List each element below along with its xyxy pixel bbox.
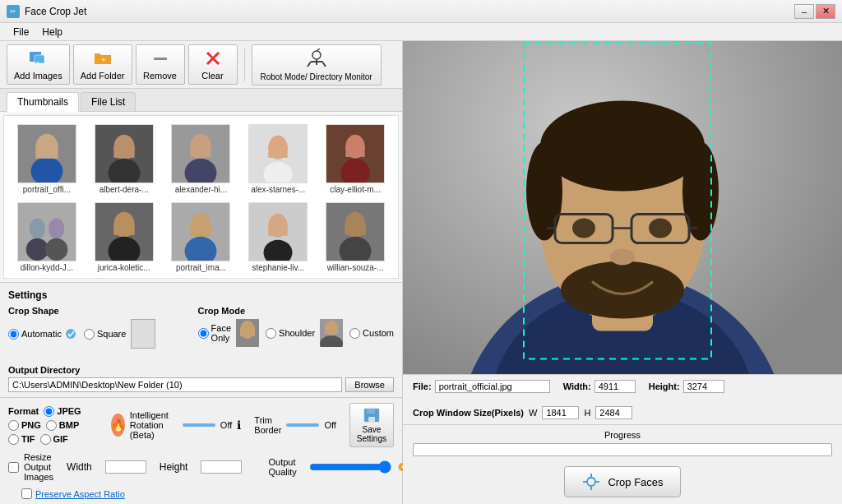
jpeg-option[interactable]: JPEG: [44, 406, 82, 417]
tif-label: TIF: [21, 434, 35, 444]
file-label: File:: [413, 381, 432, 391]
menu-file[interactable]: File: [7, 25, 35, 39]
gif-label: GIF: [53, 434, 68, 444]
progress-label: Progress: [413, 430, 832, 440]
save-settings-button[interactable]: Save Settings: [349, 403, 394, 447]
trim-off-label: Off: [324, 420, 335, 430]
preserve-label-group[interactable]: Preserve Aspect Ratio: [21, 488, 125, 499]
settings-row: Crop Shape Automatic Square: [8, 306, 394, 349]
list-item[interactable]: alex-starnes-...: [242, 123, 314, 196]
square-label: Square: [97, 329, 126, 339]
w-label: W: [529, 408, 537, 418]
rotation-toggle[interactable]: [183, 423, 215, 427]
resize-height-input[interactable]: [201, 460, 242, 474]
png-option[interactable]: PNG: [8, 420, 43, 431]
preserve-ratio-checkbox[interactable]: [21, 488, 32, 499]
list-item[interactable]: jurica-koletic...: [88, 201, 160, 274]
app-body: + Add Images + Add Folder Remove: [0, 41, 842, 504]
file-input[interactable]: [435, 380, 550, 393]
resize-width-input[interactable]: [105, 460, 146, 474]
image-label: clay-elliot-m...: [326, 185, 385, 194]
list-item[interactable]: alexander-hi...: [165, 123, 238, 196]
image-label: willian-souza-...: [326, 263, 385, 272]
crop-w-input[interactable]: [542, 406, 579, 419]
crop-faces-button[interactable]: Crop Faces: [564, 466, 680, 497]
resize-checkbox-label[interactable]: Resize Output Images: [8, 452, 53, 482]
height-info-input[interactable]: [683, 380, 724, 393]
svg-rect-20: [113, 146, 134, 158]
list-item[interactable]: willian-souza-...: [319, 201, 391, 274]
svg-point-73: [526, 142, 562, 241]
resize-checkbox[interactable]: [8, 462, 19, 473]
remove-button[interactable]: Remove: [136, 44, 185, 85]
svg-point-81: [572, 219, 595, 238]
add-images-label: Add Images: [14, 71, 62, 81]
quality-slider[interactable]: [309, 460, 391, 474]
width-info-input[interactable]: [594, 380, 636, 393]
preview-image: [403, 41, 842, 374]
face-only-option[interactable]: Face Only: [198, 319, 259, 347]
robot-label: Robot Mode/ Directory Monitor: [261, 72, 372, 81]
face-only-label: Face Only: [211, 323, 231, 343]
shoulder-option[interactable]: Shoulder: [266, 319, 343, 347]
shoulder-radio[interactable]: [266, 328, 276, 339]
thumbnail: [17, 202, 76, 261]
crop-shape-radio-row: Automatic Square: [8, 319, 182, 349]
close-button[interactable]: ✕: [816, 4, 835, 19]
automatic-radio[interactable]: [8, 329, 19, 340]
png-label: PNG: [21, 420, 41, 430]
face-only-radio[interactable]: [198, 328, 209, 339]
image-label: portrait_ima...: [171, 263, 230, 272]
thumbnail: [95, 124, 154, 183]
crop-h-input[interactable]: [595, 406, 632, 419]
quality-label: Output Quality: [268, 457, 303, 477]
crop-mode-radio-row: Face Only Shoulder: [198, 319, 394, 347]
shoulder-label: Shoulder: [279, 328, 315, 338]
svg-point-54: [66, 329, 76, 339]
output-dir-title: Output Directory: [8, 365, 394, 375]
image-grid-container: portrait_offi... albert-dera-... alexand…: [3, 115, 399, 279]
app-icon: ✂: [7, 5, 20, 18]
list-item[interactable]: albert-dera-...: [88, 123, 160, 196]
crop-faces-label: Crop Faces: [608, 476, 663, 488]
clear-button[interactable]: Clear: [188, 44, 238, 85]
tab-file-list[interactable]: File List: [81, 92, 136, 111]
browse-button[interactable]: Browse: [345, 377, 394, 392]
output-dir-row: Browse: [8, 377, 394, 392]
square-option[interactable]: Square: [84, 319, 155, 349]
crop-shape-title: Crop Shape: [8, 306, 182, 316]
square-radio[interactable]: [84, 329, 95, 340]
list-item[interactable]: stephanie-liv...: [242, 201, 314, 274]
crop-btn-area: Crop Faces: [403, 461, 842, 504]
automatic-option[interactable]: Automatic: [8, 327, 77, 340]
robot-mode-button[interactable]: Robot Mode/ Directory Monitor: [252, 44, 382, 86]
minimize-button[interactable]: –: [794, 4, 814, 19]
tif-option[interactable]: TIF: [8, 434, 37, 445]
svg-rect-24: [191, 146, 211, 157]
list-item[interactable]: portrait_offi...: [11, 123, 83, 196]
list-item[interactable]: dillon-kydd-J...: [11, 201, 83, 274]
format-label: Format: [8, 406, 39, 416]
menu-help[interactable]: Help: [35, 25, 69, 39]
svg-point-7: [312, 51, 321, 59]
custom-option[interactable]: Custom: [349, 328, 394, 339]
remove-label: Remove: [143, 71, 177, 81]
progress-area: Progress: [403, 424, 842, 461]
thumbnail: [326, 202, 385, 261]
list-item[interactable]: portrait_ima...: [165, 201, 238, 274]
gif-option[interactable]: GIF: [40, 434, 70, 445]
custom-radio[interactable]: [349, 328, 360, 339]
add-folder-icon: +: [93, 49, 113, 68]
add-images-button[interactable]: + Add Images: [7, 44, 70, 85]
rotation-group: 🔥 Intelligent Rotation (Beta) Off ℹ: [111, 410, 242, 440]
thumbnail: [326, 124, 385, 183]
h-label: H: [584, 408, 590, 418]
add-folder-button[interactable]: + Add Folder: [73, 44, 132, 85]
trim-toggle[interactable]: [286, 423, 319, 427]
output-dir-input[interactable]: [8, 377, 342, 392]
tab-thumbnails[interactable]: Thumbnails: [7, 92, 79, 112]
robot-icon: [304, 49, 329, 70]
bmp-option[interactable]: BMP: [46, 420, 81, 431]
list-item[interactable]: clay-elliot-m...: [319, 123, 391, 196]
trim-group: Trim Border Off: [254, 415, 336, 435]
